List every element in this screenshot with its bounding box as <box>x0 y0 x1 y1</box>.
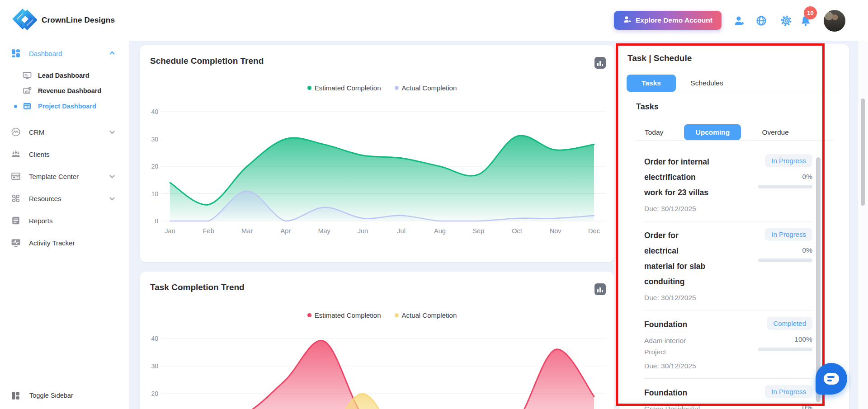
task-schedule-panel: Task | Schedule Tasks Schedules Tasks To… <box>619 44 849 409</box>
sidebar: Dashboard Lead Dashboard <box>0 41 129 409</box>
brand[interactable]: CrownLine Designs <box>13 7 115 33</box>
add-user-icon[interactable] <box>734 15 745 27</box>
brand-name: CrownLine Designs <box>42 16 115 25</box>
tab-schedules[interactable]: Schedules <box>682 75 731 92</box>
svg-text:Feb: Feb <box>203 227 214 235</box>
sidebar-item-revenue-dashboard[interactable]: Revenue Dashboard <box>0 84 129 98</box>
globe-icon[interactable] <box>755 15 767 27</box>
task-percent: 100% <box>794 335 812 343</box>
panel-title: Task | Schedule <box>627 53 849 63</box>
sidebar-item-clients[interactable]: Clients <box>0 147 129 161</box>
task-due-date: Due: 30/12/2025 <box>644 205 748 213</box>
sidebar-item-reports[interactable]: Reports <box>0 213 129 228</box>
chevron-down-icon <box>109 195 115 202</box>
task-title: Foundation <box>644 317 748 332</box>
svg-text:Nov: Nov <box>550 227 562 235</box>
svg-text:Dec: Dec <box>588 227 600 235</box>
chevron-down-icon <box>109 173 115 179</box>
chat-icon <box>824 373 839 385</box>
nodes-icon <box>11 193 21 203</box>
progress-bar <box>758 185 812 188</box>
layout-icon <box>11 171 21 181</box>
status-badge: In Progress <box>765 385 812 398</box>
task-title: Order for electrical material for slab c… <box>644 228 748 289</box>
status-badge: In Progress <box>765 154 812 167</box>
task-subtitle: Adam interior Project <box>644 335 748 357</box>
svg-text:20: 20 <box>151 390 158 397</box>
status-badge: In Progress <box>765 228 812 241</box>
svg-text:40: 40 <box>151 108 158 115</box>
svg-text:Jan: Jan <box>165 227 175 235</box>
task-list: Order for internal electrification work … <box>619 148 849 409</box>
sidebar-item-project-dashboard[interactable]: Project Dashboard <box>0 99 129 113</box>
sidebar-item-activity-tracker[interactable]: Activity Tracker <box>0 235 129 250</box>
chevron-up-icon <box>109 50 115 56</box>
task-percent: 0% <box>802 246 812 254</box>
svg-text:Aug: Aug <box>434 227 446 235</box>
svg-text:10: 10 <box>151 190 158 197</box>
subtab-upcoming[interactable]: Upcoming <box>684 124 741 140</box>
svg-text:30: 30 <box>151 136 158 143</box>
scrollbar-thumb[interactable] <box>816 157 821 402</box>
svg-text:Oct: Oct <box>512 227 522 235</box>
toggle-sidebar-button[interactable]: Toggle Sidebar <box>0 388 129 403</box>
schedule-completion-trend-card: Schedule Completion Trend Estimated Comp… <box>140 45 614 262</box>
svg-text:0: 0 <box>155 217 158 225</box>
task-row[interactable]: Foundation Adam interior Project Due: 30… <box>644 310 812 379</box>
report-icon <box>11 216 21 226</box>
sidebar-item-dashboard[interactable]: Dashboard <box>0 46 129 61</box>
task-percent: 0% <box>802 404 812 409</box>
avatar[interactable] <box>824 10 845 32</box>
task-title: Foundation <box>644 385 748 400</box>
task-completion-trend-card: Task Completion Trend Estimated Completi… <box>140 272 614 409</box>
handshake-icon <box>11 127 21 137</box>
task-subtitle: Grace Residential <box>644 403 748 409</box>
chat-button[interactable] <box>816 363 847 395</box>
settings-icon[interactable] <box>780 15 792 27</box>
svg-text:Sep: Sep <box>472 227 484 235</box>
task-title: Order for internal electrification work … <box>644 154 748 200</box>
explore-demo-account-button[interactable]: Explore Demo Account <box>614 11 722 30</box>
tab-tasks[interactable]: Tasks <box>627 75 676 92</box>
svg-text:Apr: Apr <box>281 227 291 235</box>
task-filter-tabs: Today Upcoming Overdue <box>636 124 833 141</box>
task-due-date: Due: 30/12/2025 <box>644 294 748 302</box>
task-percent: 0% <box>802 173 812 181</box>
notification-count-badge: 10 <box>804 6 817 19</box>
progress-bar <box>758 259 812 262</box>
activity-icon <box>11 238 21 248</box>
revenue-chart-icon <box>23 86 32 95</box>
sidebar-item-template-center[interactable]: Template Center <box>0 169 129 183</box>
subtab-today[interactable]: Today <box>636 124 672 140</box>
svg-text:Jul: Jul <box>397 227 406 235</box>
demo-user-icon <box>623 15 632 26</box>
status-badge: Completed <box>767 317 812 330</box>
scrollbar-thumb[interactable] <box>861 99 865 206</box>
app-header: CrownLine Designs Explore Demo Account <box>0 0 868 41</box>
svg-text:Jun: Jun <box>358 227 368 235</box>
task-due-date: Due: 30/12/2025 <box>644 362 748 370</box>
sidebar-item-lead-dashboard[interactable]: Lead Dashboard <box>0 69 129 82</box>
svg-text:May: May <box>318 227 330 235</box>
task-row[interactable]: Order for electrical material for slab c… <box>644 221 812 310</box>
project-window-icon <box>23 102 32 111</box>
chevron-down-icon <box>109 129 115 135</box>
brand-logo-icon <box>13 7 37 33</box>
grid-icon <box>11 48 21 58</box>
sidebar-item-crm[interactable]: CRM <box>0 125 129 139</box>
svg-text:Mar: Mar <box>241 227 253 235</box>
subtab-overdue[interactable]: Overdue <box>753 124 797 140</box>
panel-tabs: Tasks Schedules <box>619 75 849 92</box>
svg-text:30: 30 <box>151 362 158 370</box>
progress-bar <box>758 348 812 351</box>
sidebar-layout-icon <box>11 391 20 400</box>
monitor-icon <box>23 71 32 80</box>
task-completion-chart: 010203040JanFebMarAprMayJunJulAugSepOctN… <box>140 272 614 409</box>
schedule-completion-chart: 010203040JanFebMarAprMayJunJulAugSepOctN… <box>140 45 614 262</box>
sidebar-item-resources[interactable]: Resources <box>0 191 129 206</box>
task-row[interactable]: Order for internal electrification work … <box>644 148 812 221</box>
task-row[interactable]: Foundation Grace Residential In Progress… <box>644 379 812 409</box>
people-icon <box>11 149 21 159</box>
tasks-section-title: Tasks <box>636 102 849 112</box>
svg-text:40: 40 <box>151 335 158 342</box>
